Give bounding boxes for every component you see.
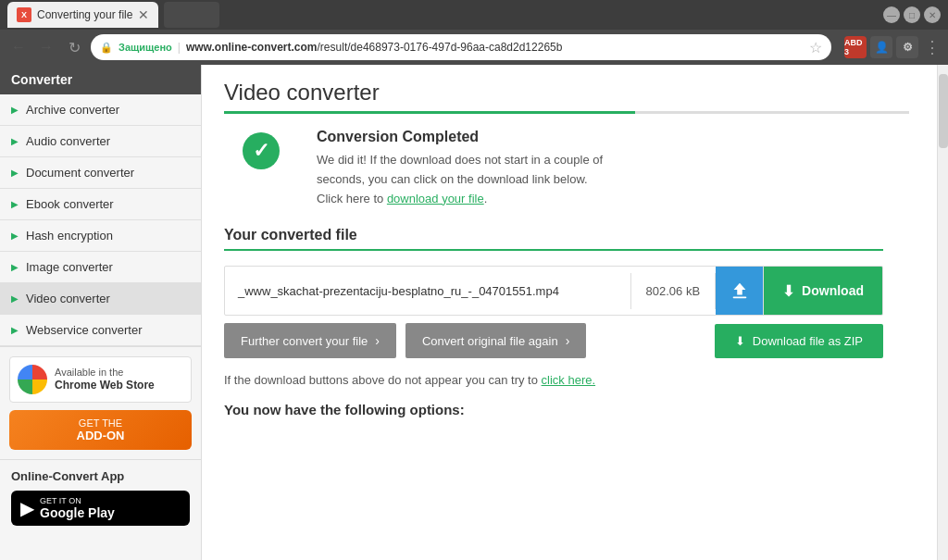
conversion-title: Conversion Completed — [317, 129, 883, 145]
title-bar: X Converting your file ✕ — □ ✕ — [0, 0, 948, 30]
chrome-store-box[interactable]: Available in the Chrome Web Store — [9, 356, 192, 403]
conversion-icon-area: ✓ — [224, 129, 298, 169]
arrow-icon: ▶ — [11, 105, 19, 115]
reload-button[interactable]: ↻ — [63, 36, 85, 58]
url-separator: | — [178, 41, 181, 54]
check-circle-icon: ✓ — [243, 132, 280, 169]
maximize-button[interactable]: □ — [904, 6, 920, 23]
sidebar-item-hash[interactable]: ▶ Hash encryption — [0, 220, 201, 252]
sidebar-item-webservice[interactable]: ▶ Webservice converter — [0, 315, 201, 346]
new-tab-area — [164, 2, 219, 28]
other-extension-icon[interactable]: 👤 — [870, 36, 892, 58]
sidebar-section-title: Converter — [0, 65, 201, 94]
conversion-complete-area: ✓ Conversion Completed We did it! If the… — [224, 129, 883, 208]
upload-icon — [730, 280, 750, 301]
browser-menu-button[interactable]: ⋮ — [924, 37, 941, 57]
scrollbar-thumb[interactable] — [939, 74, 948, 148]
file-name-cell: _www_skachat-prezentaciju-besplatno_ru_-… — [225, 273, 631, 309]
sidebar-item-label: Audio converter — [26, 134, 110, 148]
scrollbar-track[interactable] — [937, 65, 948, 560]
info-text: If the download buttons above do not app… — [224, 373, 883, 387]
download-icon: ⬇ — [782, 282, 794, 300]
sidebar: Converter ▶ Archive converter ▶ Audio co… — [0, 65, 202, 560]
conversion-text-area: Conversion Completed We did it! If the d… — [317, 129, 883, 208]
arrow-icon: ▶ — [11, 230, 19, 241]
download-your-file-link[interactable]: download your file — [387, 192, 484, 205]
bookmark-star-icon[interactable]: ☆ — [809, 39, 822, 56]
chrome-store-promo: Available in the Chrome Web Store GET TH… — [0, 346, 201, 459]
action-row: Further convert your file › Convert orig… — [224, 323, 883, 358]
convert-original-button[interactable]: Convert original file again › — [405, 323, 586, 358]
browser-window: X Converting your file ✕ — □ ✕ ← → ↻ 🔒 З… — [0, 0, 948, 560]
arrow-icon: ▶ — [11, 262, 19, 272]
secure-label: Защищено — [118, 42, 172, 53]
arrow-icon: ▶ — [11, 325, 19, 335]
sidebar-item-label: Ebook converter — [26, 197, 114, 211]
google-play-button[interactable]: ▶ GET IT ON Google Play — [11, 491, 190, 526]
firefox-addon-button[interactable]: GET THE ADD-ON — [9, 410, 192, 450]
sidebar-item-label: Document converter — [26, 166, 134, 180]
svg-rect-0 — [732, 297, 746, 299]
arrow-icon: ▶ — [11, 136, 19, 146]
sidebar-item-label: Video converter — [26, 292, 110, 305]
extension-icons: ABD 3 👤 ⚙ — [844, 36, 918, 58]
tab-title: Converting your file — [37, 8, 132, 21]
back-button[interactable]: ← — [7, 36, 30, 58]
chrome-store-text: Available in the Chrome Web Store — [55, 366, 155, 393]
chrome-logo-icon — [18, 365, 47, 394]
title-underline — [224, 111, 909, 114]
main-layout: Converter ▶ Archive converter ▶ Audio co… — [0, 65, 948, 560]
sidebar-item-label: Image converter — [26, 260, 113, 274]
play-store-icon: ▶ — [20, 497, 34, 519]
file-size-cell: 802.06 kB — [631, 273, 717, 309]
address-bar: ← → ↻ 🔒 Защищено | www.online-convert.co… — [0, 30, 948, 65]
chevron-right-icon: › — [566, 333, 570, 348]
google-play-text: GET IT ON Google Play — [40, 496, 115, 520]
forward-button[interactable]: → — [35, 36, 57, 58]
page-title: Video converter — [224, 80, 883, 106]
click-here-link[interactable]: click here. — [542, 373, 596, 387]
app-section: Online-Convert App ▶ GET IT ON Google Pl… — [0, 459, 201, 535]
arrow-icon: ▶ — [11, 293, 19, 304]
chevron-right-icon: › — [375, 333, 380, 348]
abr-extension-icon[interactable]: ABD 3 — [844, 36, 867, 58]
app-section-title: Online-Convert App — [11, 469, 190, 483]
sidebar-item-label: Webservice converter — [26, 323, 142, 337]
sidebar-item-archive[interactable]: ▶ Archive converter — [0, 94, 201, 126]
window-controls: — □ ✕ — [883, 6, 941, 23]
tab-close-button[interactable]: ✕ — [138, 7, 149, 22]
sidebar-item-label: Archive converter — [26, 103, 119, 117]
sidebar-item-video[interactable]: ▶ Video converter — [0, 283, 201, 315]
sidebar-item-document[interactable]: ▶ Document converter — [0, 157, 201, 189]
sidebar-item-audio[interactable]: ▶ Audio converter — [0, 126, 201, 157]
arrow-icon: ▶ — [11, 168, 19, 178]
file-row: _www_skachat-prezentaciju-besplatno_ru_-… — [224, 266, 883, 316]
secure-lock-icon: 🔒 — [100, 42, 113, 54]
download-button[interactable]: ⬇ Download — [764, 267, 882, 315]
upload-button[interactable] — [716, 267, 764, 315]
profile-icon[interactable]: ⚙ — [896, 36, 918, 58]
close-window-button[interactable]: ✕ — [924, 6, 941, 23]
sidebar-item-ebook[interactable]: ▶ Ebook converter — [0, 189, 201, 220]
sidebar-item-label: Hash encryption — [26, 229, 113, 243]
browser-tab[interactable]: X Converting your file ✕ — [7, 2, 158, 28]
content-area: Video converter ✓ Conversion Completed W… — [202, 65, 937, 560]
minimize-button[interactable]: — — [883, 6, 900, 23]
converted-file-section-title: Your converted file — [224, 227, 883, 251]
url-text: www.online-convert.com/result/de468973-0… — [186, 41, 804, 54]
zip-download-icon: ⬇ — [735, 334, 745, 348]
zip-download-button[interactable]: ⬇ Download file as ZIP — [715, 324, 883, 358]
sidebar-item-image[interactable]: ▶ Image converter — [0, 252, 201, 283]
content-inner: Video converter ✓ Conversion Completed W… — [202, 65, 905, 432]
options-title: You now have the following options: — [224, 402, 883, 417]
address-input[interactable]: 🔒 Защищено | www.online-convert.com/resu… — [91, 34, 831, 60]
further-convert-button[interactable]: Further convert your file › — [224, 323, 396, 358]
conversion-description: We did it! If the download does not star… — [317, 151, 883, 208]
arrow-icon: ▶ — [11, 199, 19, 209]
tab-favicon: X — [17, 7, 31, 22]
